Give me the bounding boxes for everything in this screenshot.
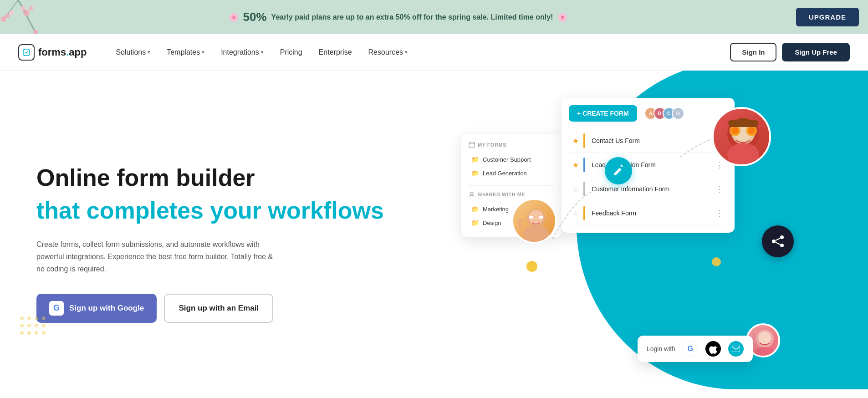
svg-point-42 <box>772 240 776 243</box>
svg-point-16 <box>35 324 38 327</box>
svg-point-26 <box>470 192 473 195</box>
form-item-lead-gen: ★ Lead Generation Form ⋮ <box>569 153 727 177</box>
svg-point-41 <box>780 235 784 239</box>
svg-point-13 <box>42 316 46 320</box>
hero-left: Online form builder that completes your … <box>0 71 434 398</box>
svg-rect-31 <box>539 216 543 219</box>
svg-point-38 <box>748 127 755 134</box>
login-with-panel: Login with G <box>638 336 753 362</box>
hero-title: Online form builder <box>36 164 416 192</box>
hero-right: MY FORMS 📁 Customer Support 📁 Lead Gener… <box>434 71 868 398</box>
google-icon: G <box>49 301 64 316</box>
svg-point-11 <box>27 316 31 320</box>
nav-solutions[interactable]: Solutions ▾ <box>109 45 157 60</box>
svg-line-44 <box>776 238 780 240</box>
svg-point-9 <box>33 30 38 34</box>
promo-banner: 🌸 50% Yearly paid plans are up to an ext… <box>0 0 868 34</box>
folder-icon: 📁 <box>471 205 479 213</box>
svg-point-15 <box>27 324 31 327</box>
star-icon-empty[interactable]: ☆ <box>572 185 579 194</box>
logo[interactable]: forms.app <box>18 44 87 61</box>
hero-buttons: G Sign up with Google Sign up with an Em… <box>36 294 416 323</box>
svg-point-43 <box>780 244 784 247</box>
star-icon-empty[interactable]: ☆ <box>572 209 579 218</box>
nav-templates[interactable]: Templates ▾ <box>160 45 211 60</box>
chevron-down-icon: ▾ <box>405 49 408 55</box>
folder-icon: 📁 <box>471 219 479 226</box>
svg-point-20 <box>35 331 38 335</box>
folder-icon: 📁 <box>471 156 479 163</box>
form-item-menu[interactable]: ⋮ <box>715 160 724 170</box>
star-icon-filled[interactable]: ★ <box>572 137 579 145</box>
svg-line-45 <box>776 242 780 245</box>
svg-line-0 <box>18 0 36 34</box>
svg-point-8 <box>29 6 33 10</box>
svg-rect-30 <box>529 216 533 219</box>
nav-enterprise[interactable]: Enterprise <box>312 45 358 60</box>
login-with-label: Login with <box>647 345 675 352</box>
svg-point-23 <box>712 257 721 266</box>
form-item-customer-info: ☆ Customer Information Form ⋮ <box>569 177 727 201</box>
banner-text: Yearly paid plans are up to an extra 50%… <box>271 13 553 21</box>
form-item-menu[interactable]: ⋮ <box>715 184 724 194</box>
avatar-4: D <box>672 107 684 120</box>
svg-point-47 <box>758 332 771 344</box>
login-apple-button[interactable] <box>705 341 721 357</box>
signup-email-button[interactable]: Sign up with an Email <box>164 294 273 323</box>
panel-divider <box>469 185 554 186</box>
share-floating-button[interactable] <box>762 225 794 257</box>
form-item-bar <box>583 133 585 148</box>
person-avatar-1 <box>511 198 557 244</box>
sign-up-button[interactable]: Sign Up Free <box>782 43 850 61</box>
banner-percent: 50% <box>243 10 267 24</box>
folder-icon: 📁 <box>471 169 479 177</box>
hero-subtitle: that completes your workflows <box>36 197 416 225</box>
form-item-feedback: ☆ Feedback Form ⋮ <box>569 201 727 225</box>
create-form-button[interactable]: + CREATE FORM <box>569 105 637 122</box>
login-email-button[interactable] <box>728 341 744 357</box>
user-avatars: A B C D <box>648 107 684 120</box>
svg-point-18 <box>20 331 24 335</box>
sign-in-button[interactable]: Sign In <box>730 43 776 61</box>
svg-point-17 <box>42 324 46 327</box>
form-item-bar <box>583 206 585 220</box>
chevron-down-icon: ▾ <box>261 49 264 55</box>
navbar: forms.app Solutions ▾ Templates ▾ Integr… <box>0 34 868 71</box>
svg-point-6 <box>23 10 30 16</box>
nav-resources[interactable]: Resources ▾ <box>362 45 414 60</box>
svg-point-5 <box>9 10 14 15</box>
person-avatar-2 <box>712 107 771 166</box>
form-item-contact: ★ Contact Us Form ⋮ <box>569 129 727 153</box>
form-item-bar <box>583 158 585 172</box>
logo-icon <box>18 44 35 61</box>
nav-integrations[interactable]: Integrations ▾ <box>214 45 270 60</box>
svg-point-21 <box>42 331 46 335</box>
folder-customer-support[interactable]: 📁 Customer Support <box>469 153 554 166</box>
svg-rect-49 <box>732 346 740 352</box>
forms-list-panel: + CREATE FORM A B C D ★ Contact Us Form … <box>562 98 735 233</box>
svg-point-37 <box>731 127 739 134</box>
cherry-icon-1: 🌸 <box>229 12 239 22</box>
upgrade-button[interactable]: UPGRADE <box>796 8 859 26</box>
nav-pricing[interactable]: Pricing <box>274 45 309 60</box>
folder-lead-generation[interactable]: 📁 Lead Generation <box>469 166 554 180</box>
login-google-button[interactable]: G <box>683 341 698 357</box>
form-item-menu[interactable]: ⋮ <box>715 208 724 218</box>
svg-point-14 <box>20 324 24 327</box>
edit-floating-button[interactable] <box>605 157 632 184</box>
forms-ui-mockup: MY FORMS 📁 Customer Support 📁 Lead Gener… <box>461 98 771 362</box>
my-forms-label: MY FORMS <box>469 142 554 148</box>
svg-point-28 <box>523 225 549 243</box>
svg-rect-24 <box>469 142 475 148</box>
svg-point-7 <box>20 6 25 10</box>
banner-content: 🌸 50% Yearly paid plans are up to an ext… <box>9 10 787 24</box>
svg-point-10 <box>20 316 24 320</box>
svg-point-39 <box>727 143 759 166</box>
svg-point-19 <box>27 331 31 335</box>
nav-links: Solutions ▾ Templates ▾ Integrations ▾ P… <box>109 45 730 60</box>
svg-point-22 <box>526 261 537 272</box>
hero-section: Online form builder that completes your … <box>0 71 868 398</box>
chevron-down-icon: ▾ <box>202 49 204 55</box>
dots-decoration <box>18 315 55 344</box>
star-icon-filled[interactable]: ★ <box>572 161 579 169</box>
